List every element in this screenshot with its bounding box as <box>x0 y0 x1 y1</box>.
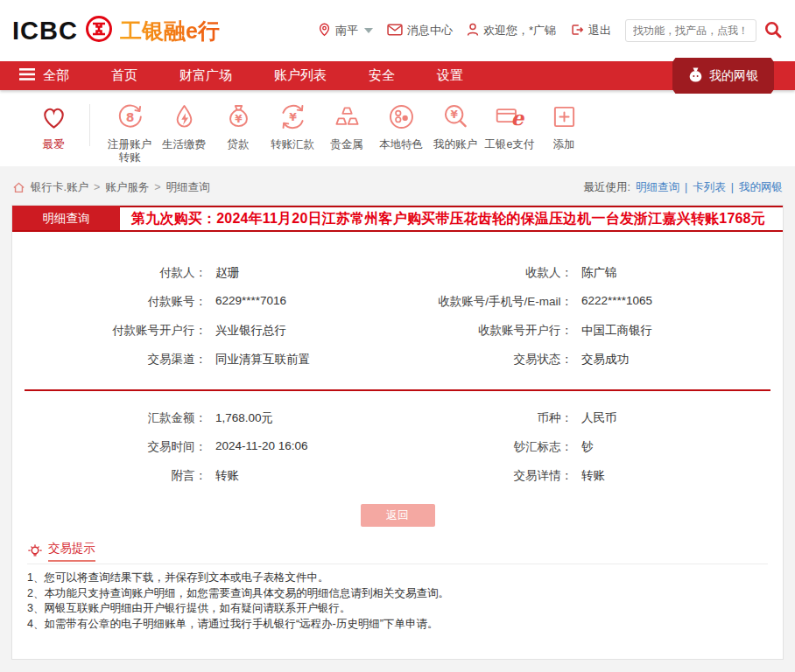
field-value: 6229****7016 <box>215 294 286 310</box>
logout-icon <box>570 23 584 39</box>
divider <box>27 564 768 564</box>
recent-link-card-list[interactable]: 卡列表 <box>693 180 726 195</box>
nav-label: 设置 <box>437 67 463 84</box>
back-button[interactable]: 返回 <box>361 504 435 527</box>
brand-name: 工银融e行 <box>120 17 220 46</box>
svg-text:¥: ¥ <box>450 108 458 121</box>
message-center-label: 消息中心 <box>407 23 453 38</box>
my-ebank-button[interactable]: 我的网银 <box>672 58 774 94</box>
envelope-icon <box>387 24 403 38</box>
breadcrumb-separator: > <box>154 181 160 193</box>
tip-item: 3、网银互联账户明细由开户银行提供，如有疑问请联系开户银行。 <box>27 601 768 617</box>
quick-label: 最爱 <box>27 138 80 151</box>
field-currency: 币种： 人民币 <box>398 410 783 426</box>
field-label: 钞汇标志： <box>398 439 573 455</box>
welcome-user[interactable]: 欢迎您，*广锦 <box>467 23 556 39</box>
quick-item-my-account[interactable]: ¥ 我的账户 <box>428 101 482 151</box>
separator: | <box>731 181 734 193</box>
nav-label: 账户列表 <box>274 67 327 84</box>
breadcrumb-item-current: 明细查询 <box>166 180 210 195</box>
quick-item-epay[interactable]: e 工银e支付 <box>482 101 537 151</box>
field-time: 交易时间： 2024-11-20 16:06 <box>12 439 398 455</box>
field-label: 收款账号开户行： <box>398 323 573 339</box>
nav-item-all[interactable]: 全部 <box>19 67 69 84</box>
field-status: 交易状态： 交易成功 <box>398 352 783 368</box>
my-ebank-label: 我的网银 <box>709 68 758 84</box>
field-memo: 附言： 转账 <box>12 468 398 484</box>
field-value: 转账 <box>215 468 239 484</box>
field-value: 钞 <box>581 439 594 455</box>
tips-list: 1、您可以将查询结果下载，并保存到文本或电子表格文件中。 2、本功能只支持查询账… <box>27 570 768 637</box>
field-value: 6222****1065 <box>581 294 652 310</box>
field-label: 收款人： <box>398 265 573 281</box>
heart-icon <box>38 101 70 133</box>
quick-item-transfer-remit[interactable]: ¥ 转账汇款 <box>265 101 320 151</box>
svg-text:e: e <box>510 106 524 130</box>
location-selector[interactable]: 南平 <box>318 22 373 40</box>
quick-label: 添加 <box>538 138 590 151</box>
quick-item-precious-metal[interactable]: 贵金属 <box>320 101 374 151</box>
field-payee: 收款人： 陈广锦 <box>398 265 783 281</box>
transaction-parties-section: 付款人： 赵珊 付款账号： 6229****7016 付款账号开户行： 兴业银行… <box>12 232 783 381</box>
field-label: 交易时间： <box>12 439 207 455</box>
field-value: 2024-11-20 16:06 <box>215 439 308 455</box>
field-amount: 汇款金额： 1,768.00元 <box>12 410 398 426</box>
icbc-logo-text: ICBC <box>12 17 78 46</box>
quick-item-local-special[interactable]: 本地特色 <box>374 101 428 151</box>
nav-item-home[interactable]: 首页 <box>111 67 137 84</box>
nav-item-security[interactable]: 安全 <box>369 67 395 84</box>
field-label: 付款人： <box>12 265 207 281</box>
field-value: 同业清算互联前置 <box>215 352 310 368</box>
register-transfer-icon: 8 <box>114 101 146 133</box>
local-special-icon <box>385 101 418 133</box>
search-input[interactable] <box>625 19 756 42</box>
nav-item-settings[interactable]: 设置 <box>437 67 463 84</box>
breadcrumb-item[interactable]: 账户服务 <box>105 180 149 195</box>
tips-title: 交易提示 <box>48 541 95 562</box>
transfer-remit-icon: ¥ <box>277 101 309 133</box>
life-payment-icon <box>168 101 201 133</box>
quick-item-register-transfer[interactable]: 8 注册账户转账 <box>102 101 157 164</box>
lightbulb-icon <box>27 543 43 559</box>
field-payee-bank: 收款账号开户行： 中国工商银行 <box>398 323 783 339</box>
nav-label: 安全 <box>369 67 395 84</box>
field-payer-bank: 付款账号开户行： 兴业银行总行 <box>12 323 398 339</box>
detail-query-panel: 明细查询 第九次购买：2024年11月20日江苏常州客户购买带压花齿轮的保温压边… <box>11 205 784 660</box>
quick-item-favorite[interactable]: 最爱 <box>26 101 81 151</box>
svg-text:¥: ¥ <box>289 110 297 123</box>
recent-link-detail-query[interactable]: 明细查询 <box>636 180 679 195</box>
quick-label: 工银e支付 <box>483 138 536 151</box>
divider <box>89 104 90 146</box>
quick-item-life-payment[interactable]: 生活缴费 <box>157 101 211 151</box>
recent-link-my-ebank[interactable]: 我的网银 <box>739 180 783 195</box>
field-label: 收款账号/手机号/E-mail： <box>398 294 573 310</box>
svg-text:8: 8 <box>125 110 134 124</box>
logout-button[interactable]: 退出 <box>570 23 611 39</box>
field-value: 赵珊 <box>215 265 239 281</box>
nav-label: 财富广场 <box>179 67 232 84</box>
tab-detail-query[interactable]: 明细查询 <box>12 206 120 230</box>
loan-icon: ¥ <box>222 101 255 133</box>
field-label: 汇款金额： <box>12 410 207 426</box>
tip-item: 2、本功能只支持查询账户明细，如您需要查询具体交易的明细信息请到相关交易查询。 <box>27 586 768 602</box>
nav-item-accounts[interactable]: 账户列表 <box>274 67 327 84</box>
field-label: 附言： <box>12 468 207 484</box>
quick-label: 本地特色 <box>375 138 427 151</box>
quick-item-loan[interactable]: ¥ 贷款 <box>211 101 265 151</box>
search-icon[interactable] <box>763 20 783 42</box>
field-value: 人民币 <box>581 410 617 426</box>
add-icon <box>548 101 580 133</box>
home-icon[interactable] <box>12 181 25 194</box>
tab-bar: 明细查询 第九次购买：2024年11月20日江苏常州客户购买带压花齿轮的保温压边… <box>12 206 783 232</box>
nav-item-wealth[interactable]: 财富广场 <box>179 67 232 84</box>
quick-label: 转账汇款 <box>266 138 319 151</box>
quick-item-add[interactable]: 添加 <box>537 101 591 151</box>
welcome-label: 欢迎您，*广锦 <box>483 23 556 38</box>
breadcrumb-item[interactable]: 银行卡.账户 <box>31 180 88 195</box>
field-payer: 付款人： 赵珊 <box>12 265 398 281</box>
message-center-link[interactable]: 消息中心 <box>387 23 453 38</box>
logout-label: 退出 <box>588 23 611 38</box>
breadcrumb: 银行卡.账户 > 账户服务 > 明细查询 最近使用: 明细查询 | 卡列表 | … <box>12 177 783 198</box>
recent-used-label: 最近使用: <box>584 180 630 195</box>
separator: | <box>685 181 687 193</box>
